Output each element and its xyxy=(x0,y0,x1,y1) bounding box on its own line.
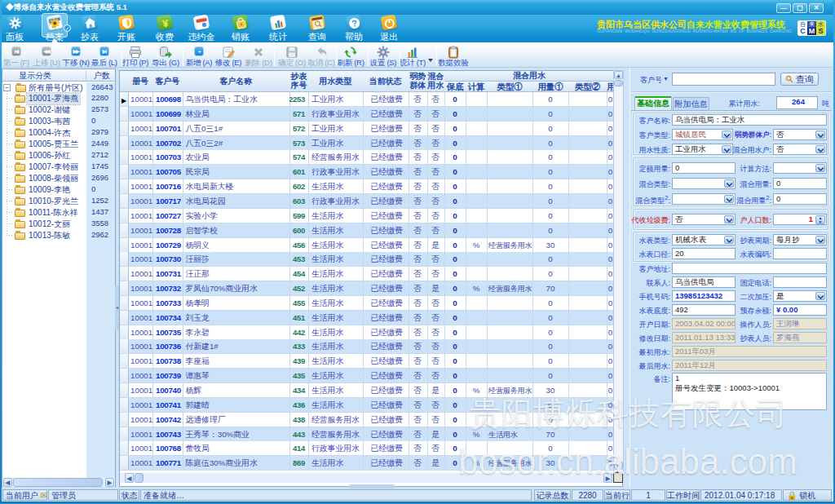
svg-text:¥: ¥ xyxy=(161,17,170,30)
